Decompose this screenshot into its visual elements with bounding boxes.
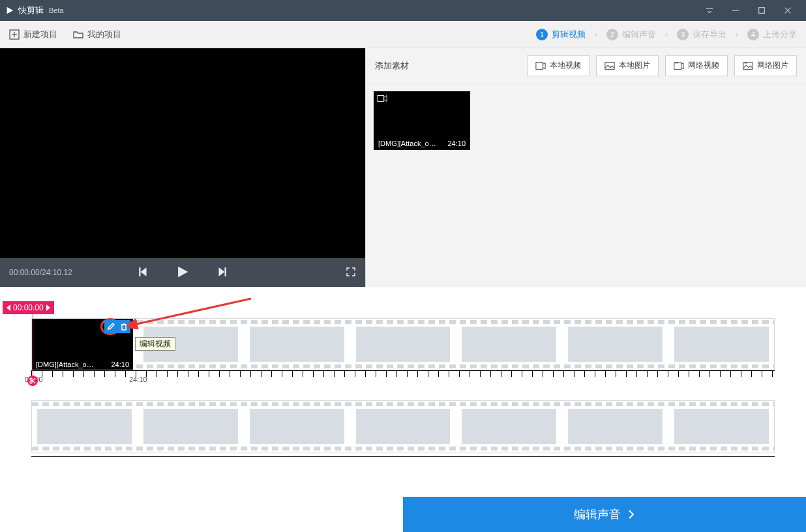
step-save-export[interactable]: 3 保存导出: [677, 29, 726, 40]
skip-prev-icon: [138, 266, 149, 278]
empty-slot[interactable]: [462, 327, 556, 362]
video-type-icon: [377, 95, 387, 104]
empty-slot[interactable]: [356, 409, 451, 444]
new-project-button[interactable]: 新建项目: [9, 29, 57, 40]
svg-point-22: [30, 378, 32, 380]
fullscreen-button[interactable]: [346, 267, 356, 279]
my-projects-label: 我的项目: [87, 29, 121, 40]
asset-clip-duration: 24:10: [447, 140, 466, 147]
empty-slot[interactable]: [250, 327, 344, 362]
title-bar: 快剪辑 Beta: [0, 0, 806, 21]
window-minimize-button[interactable]: [723, 0, 749, 21]
bottom-left-blank: [0, 497, 403, 532]
next-step-button[interactable]: 编辑声音: [403, 497, 806, 532]
menu-down-icon: [705, 6, 714, 15]
svg-marker-12: [219, 267, 225, 276]
app-logo: 快剪辑 Beta: [5, 5, 64, 16]
clip-edit-button[interactable]: [104, 320, 117, 333]
folder-icon: [73, 29, 83, 40]
secondary-track[interactable]: [31, 400, 775, 452]
timeline-clip-duration: 24:10: [111, 361, 129, 368]
preview-panel: 00:00.00/24:10.12: [0, 48, 365, 287]
minimize-icon: [731, 6, 740, 15]
my-projects-button[interactable]: 我的项目: [73, 29, 121, 40]
svg-rect-3: [759, 8, 765, 14]
assets-panel: 添加素材 本地视频 本地图片 网络视频 网络图片: [365, 48, 806, 287]
chevron-right-icon: ›: [595, 30, 597, 39]
step-edit-audio[interactable]: 2 编辑声音: [606, 29, 656, 40]
empty-slot[interactable]: [674, 409, 769, 444]
clip-delete-button[interactable]: [117, 320, 130, 333]
prev-frame-button[interactable]: [138, 266, 149, 280]
player-bar: 00:00.00/24:10.12: [0, 258, 365, 287]
button-label: 网络图片: [757, 60, 788, 71]
new-project-label: 新建项目: [23, 29, 57, 40]
network-video-icon: [674, 61, 684, 70]
step-label: 保存导出: [693, 29, 726, 40]
svg-marker-21: [384, 96, 387, 102]
assets-title: 添加素材: [375, 60, 409, 72]
step-badge: 3: [677, 29, 689, 40]
asset-clip[interactable]: [DMG][Attack_o… 24:10: [374, 91, 470, 150]
playhead-cut-button[interactable]: [27, 376, 38, 386]
step-label: 上传分享: [763, 29, 797, 40]
svg-rect-27: [122, 325, 126, 330]
step-clip-video[interactable]: 1 剪辑视频: [536, 29, 586, 40]
window-menu-button[interactable]: [696, 0, 723, 21]
svg-rect-10: [139, 267, 140, 276]
video-viewport[interactable]: [0, 48, 365, 258]
playhead-line[interactable]: [33, 310, 33, 381]
local-image-icon: [604, 61, 615, 70]
player-time: 00:00.00/24:10.12: [9, 268, 72, 277]
add-local-image-button[interactable]: 本地图片: [596, 55, 659, 76]
scissors-icon: [29, 377, 36, 384]
svg-rect-16: [605, 62, 614, 69]
asset-clip-name: [DMG][Attack_o…: [378, 140, 436, 147]
empty-slot[interactable]: [674, 327, 769, 362]
pencil-icon: [107, 323, 115, 331]
time-ruler[interactable]: 00:00 24:10: [31, 370, 775, 385]
add-network-video-button[interactable]: 网络视频: [665, 55, 728, 76]
edit-video-tooltip: 编辑视频: [135, 337, 175, 351]
add-local-video-button[interactable]: 本地视频: [527, 55, 590, 76]
play-button[interactable]: [175, 265, 190, 281]
skip-next-icon: [216, 266, 228, 278]
fullscreen-icon: [346, 267, 356, 277]
timeline-clip[interactable]: 编辑视频 [DMG][Attack_o… 24:10: [32, 319, 133, 370]
chevron-right-icon: ›: [736, 30, 738, 39]
empty-slot[interactable]: [143, 409, 238, 444]
step-badge: 2: [606, 29, 618, 40]
video-track[interactable]: 编辑视频 [DMG][Attack_o… 24:10: [31, 318, 775, 370]
step-upload-share[interactable]: 4 上传分享: [747, 29, 797, 40]
chevron-right-icon: ›: [665, 30, 668, 39]
app-beta-tag: Beta: [49, 7, 64, 14]
plus-box-icon: [9, 29, 20, 40]
ruler-label: 24:10: [129, 376, 147, 383]
playhead-time-bubble[interactable]: 00:00.00: [3, 301, 54, 314]
button-label: 网络视频: [688, 60, 719, 71]
empty-slot[interactable]: [568, 409, 663, 444]
toolbar: 新建项目 我的项目 1 剪辑视频 › 2 编辑声音 › 3 保存导出 › 4 上…: [0, 21, 806, 48]
chevron-right-icon: [627, 509, 635, 520]
window-maximize-button[interactable]: [749, 0, 775, 21]
svg-marker-11: [178, 266, 188, 277]
empty-slot[interactable]: [250, 409, 344, 444]
next-frame-button[interactable]: [216, 266, 228, 280]
local-video-icon: [535, 61, 546, 70]
playhead-time: 00:00.00: [13, 303, 44, 312]
svg-marker-18: [681, 63, 684, 68]
empty-slot[interactable]: [462, 409, 556, 444]
svg-marker-15: [543, 63, 546, 68]
add-network-image-button[interactable]: 网络图片: [734, 55, 797, 76]
button-label: 本地图片: [619, 60, 650, 71]
app-name: 快剪辑: [18, 5, 44, 16]
close-icon: [783, 6, 792, 15]
empty-slot[interactable]: [568, 327, 663, 362]
step-badge: 1: [536, 29, 548, 40]
step-label: 剪辑视频: [552, 29, 586, 40]
window-close-button[interactable]: [775, 0, 801, 21]
svg-marker-9: [141, 267, 147, 276]
empty-slot[interactable]: [37, 409, 132, 444]
empty-slot[interactable]: [356, 327, 451, 362]
main-area: 00:00.00/24:10.12 添加素材 本地视频: [0, 48, 806, 287]
